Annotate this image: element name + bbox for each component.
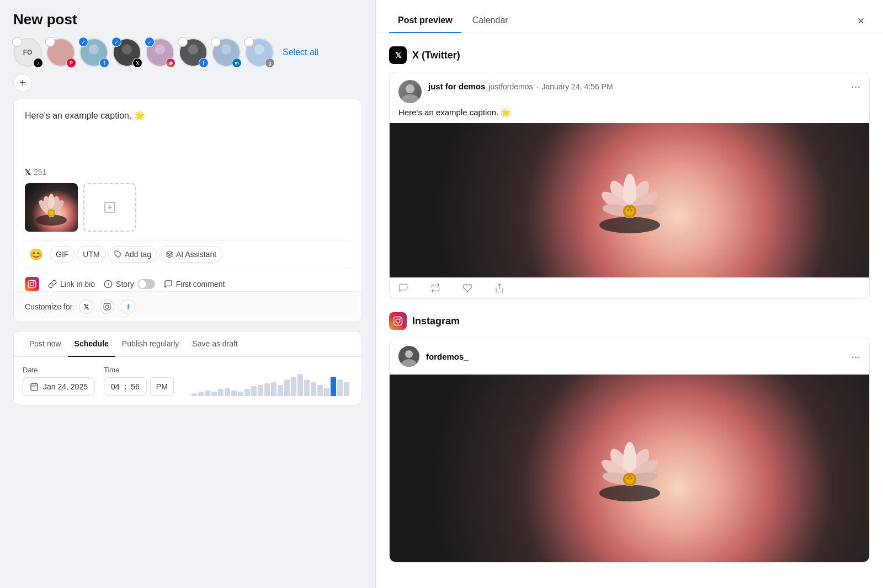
- svg-point-10: [254, 44, 264, 54]
- tweet-avatar: [398, 80, 422, 103]
- close-button[interactable]: ×: [852, 12, 870, 30]
- bar-7: [238, 392, 243, 396]
- time-min: 56: [131, 382, 140, 391]
- accounts-row: FO ♪ P ✓ f ✓ 𝕏: [13, 38, 362, 67]
- time-input[interactable]: 04 : 56: [104, 377, 147, 396]
- bar-4: [218, 389, 224, 396]
- story-option[interactable]: Story: [104, 279, 155, 289]
- media-thumb-1[interactable]: [25, 183, 78, 232]
- bar-19: [317, 385, 323, 396]
- bar-20: [324, 388, 329, 396]
- check-facebook1: ✓: [78, 37, 88, 47]
- account-facebook1[interactable]: ✓ f: [79, 38, 108, 67]
- svg-rect-28: [104, 303, 111, 310]
- tweet-actions: [390, 277, 869, 298]
- utm-button[interactable]: UTM: [77, 246, 105, 263]
- add-account-button[interactable]: +: [13, 73, 32, 92]
- tweet-image: [390, 123, 869, 277]
- first-comment-label: First comment: [176, 280, 225, 288]
- tab-publish-regularly[interactable]: Publish regularly: [115, 332, 186, 357]
- svg-point-51: [396, 319, 400, 323]
- schedule-tabs: Post now Schedule Publish regularly Save…: [14, 332, 361, 357]
- twitter-badge: 𝕏: [132, 58, 142, 68]
- instagram-icon: [25, 277, 39, 291]
- tab-save-as-draft[interactable]: Save as draft: [185, 332, 244, 357]
- svg-point-53: [405, 350, 413, 358]
- generic-badge: g: [265, 58, 275, 68]
- char-count-value: 251: [34, 168, 46, 177]
- bar-11: [264, 383, 270, 396]
- bar-14: [284, 379, 290, 396]
- tiktok-badge: ♪: [33, 58, 43, 68]
- date-label: Date: [23, 366, 95, 374]
- date-value: Jan 24, 2025: [43, 382, 88, 391]
- twitter-preview-card: just for demos justfordemos · January 24…: [389, 72, 870, 299]
- bar-17: [304, 379, 310, 396]
- bar-6: [231, 391, 237, 396]
- right-content: 𝕏 X (Twitter) just for demos justfordemo…: [376, 33, 883, 588]
- tab-post-now[interactable]: Post now: [23, 332, 68, 357]
- bar-15: [291, 377, 296, 396]
- tweet-name: just for demos: [428, 82, 485, 91]
- svg-rect-30: [31, 384, 38, 391]
- svg-rect-24: [28, 280, 35, 287]
- customize-instagram[interactable]: [100, 300, 114, 314]
- svg-point-66: [630, 477, 632, 479]
- tweet-more[interactable]: ···: [851, 80, 860, 93]
- date-input[interactable]: Jan 24, 2025: [23, 377, 95, 396]
- facebook-badge2: f: [199, 58, 209, 68]
- retweet-button[interactable]: [430, 283, 440, 293]
- svg-point-35: [401, 94, 419, 103]
- ig-more-button[interactable]: ···: [851, 350, 860, 363]
- caption-textarea[interactable]: Here's an example caption. 🌟: [25, 110, 350, 160]
- tweet-meta: just for demos justfordemos · January 24…: [428, 80, 860, 94]
- svg-point-34: [406, 84, 414, 93]
- account-pinterest[interactable]: P: [46, 38, 75, 67]
- time-field-group: Time 04 : 56 PM: [104, 366, 174, 396]
- schedule-section: Post now Schedule Publish regularly Save…: [13, 331, 362, 405]
- like-button[interactable]: [462, 283, 472, 293]
- time-hour: 04: [111, 382, 120, 391]
- link-in-bio-option[interactable]: Link in bio: [48, 280, 95, 288]
- account-facebook2[interactable]: f: [179, 38, 208, 67]
- svg-point-4: [155, 44, 165, 54]
- media-add-button[interactable]: [83, 183, 136, 232]
- emoji-button[interactable]: 😊: [25, 245, 47, 263]
- svg-point-47: [630, 209, 632, 211]
- preview-tabs: Post preview Calendar: [389, 9, 517, 33]
- first-comment-option[interactable]: First comment: [164, 280, 225, 288]
- tab-post-preview[interactable]: Post preview: [389, 9, 461, 33]
- account-twitter[interactable]: ✓ 𝕏: [113, 38, 141, 67]
- instagram-platform-label: Instagram: [412, 316, 460, 327]
- account-fo-tiktok[interactable]: FO ♪: [13, 38, 42, 67]
- svg-point-36: [599, 217, 660, 233]
- customize-twitter[interactable]: 𝕏: [79, 300, 93, 314]
- ig-avatar: [398, 346, 419, 367]
- tab-calendar[interactable]: Calendar: [464, 9, 517, 33]
- ai-assistant-button[interactable]: AI Assistant: [159, 246, 222, 263]
- share-button[interactable]: [494, 283, 504, 293]
- char-count-row: 𝕏 251: [25, 168, 350, 177]
- select-all-button[interactable]: Select all: [283, 47, 318, 57]
- instagram-platform-header: Instagram: [389, 312, 870, 330]
- bar-23: [344, 382, 349, 396]
- gif-button[interactable]: GIF: [50, 246, 75, 263]
- account-linkedin[interactable]: in: [212, 38, 241, 67]
- bar-16: [297, 374, 303, 396]
- reply-button[interactable]: [398, 283, 408, 293]
- account-generic[interactable]: g: [245, 38, 274, 67]
- tweet-caption: Here's an example caption. 🌟: [390, 108, 869, 123]
- customize-facebook[interactable]: f: [121, 300, 135, 314]
- add-tag-button[interactable]: Add tag: [108, 246, 157, 263]
- instagram-badge: ◉: [166, 58, 175, 68]
- pinterest-badge: P: [66, 58, 76, 68]
- story-toggle[interactable]: [137, 279, 155, 289]
- tab-schedule[interactable]: Schedule: [68, 332, 115, 357]
- date-field-group: Date Jan 24, 2025: [23, 366, 95, 396]
- svg-point-25: [30, 282, 34, 286]
- account-instagram[interactable]: ✓ ◉: [146, 38, 174, 67]
- twitter-logo: 𝕏: [389, 46, 407, 64]
- check-generic: [244, 37, 254, 47]
- time-period[interactable]: PM: [150, 377, 174, 396]
- check-facebook2: [178, 37, 188, 47]
